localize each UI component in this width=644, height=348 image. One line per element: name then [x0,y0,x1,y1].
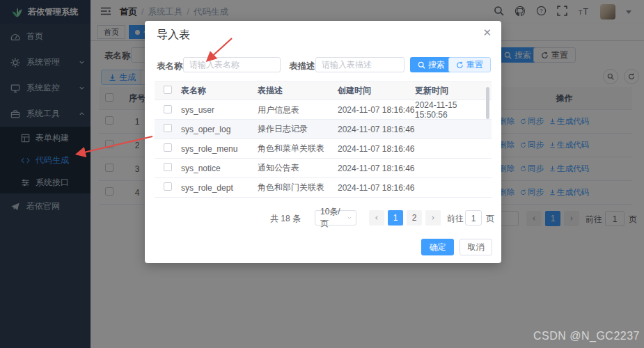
goto-page-input[interactable]: 1 [465,210,482,226]
cell-table-desc: 角色和部门关联表 [258,182,338,193]
watermark: CSDN @N_GC2237 [533,330,640,342]
cell-table-name: sys_user [181,105,258,115]
table-row[interactable]: sys_oper_log 操作日志记录 2024-11-07 18:16:46 [155,120,492,139]
prev-page-button[interactable] [369,210,384,226]
chevron-right-icon [430,215,436,221]
page-size-value: 10条/页 [320,206,347,230]
modal-search-button[interactable]: 搜索 [410,57,453,72]
import-table-header: 表名称 表描述 创建时间 更新时间 [155,82,492,100]
cell-created-time: 2024-11-07 18:16:46 [338,105,415,115]
page-unit-label: 页 [486,213,494,225]
cell-table-desc: 角色和菜单关联表 [258,143,338,155]
cell-table-name: sys_oper_log [181,125,258,134]
next-page-button[interactable] [425,210,441,226]
cell-table-desc: 用户信息表 [258,104,338,116]
refresh-icon [456,61,464,69]
cell-table-desc: 通知公告表 [258,162,338,174]
col-header-name: 表名称 [181,85,258,97]
row-checkbox[interactable] [155,182,181,193]
total-count: 共 18 条 [270,213,301,225]
row-checkbox[interactable] [155,124,181,134]
modal-desc-input[interactable] [315,57,405,72]
col-header-updated: 更新时间 [415,85,492,97]
table-scrollbar[interactable] [486,87,489,119]
col-header-created: 创建时间 [338,85,415,97]
button-label: 搜索 [428,59,445,71]
modal-name-input[interactable] [183,57,281,72]
cell-created-time: 2024-11-07 18:16:46 [338,144,415,154]
cell-table-name: sys_role_menu [181,144,258,154]
table-row[interactable]: sys_user 用户信息表 2024-11-07 18:16:46 2024-… [155,100,492,120]
page-number-2[interactable]: 2 [407,210,422,226]
cell-table-name: sys_notice [181,164,258,173]
select-all-checkbox[interactable] [155,86,181,96]
row-checkbox[interactable] [155,163,181,173]
dialog-title: 导入表 [157,28,190,42]
search-icon [418,61,425,69]
modal-pagination: 共 18 条 10条/页 1 2 前往 1 页 [145,210,501,226]
import-table-dialog: 导入表 ✕ 表名称 表描述 搜索 重置 表名称 表描述 创建时间 更新时间 sy… [145,21,501,263]
chevron-down-icon [347,215,352,221]
goto-label: 前往 [447,213,464,225]
close-icon[interactable]: ✕ [482,26,492,39]
cell-table-name: sys_role_dept [181,183,258,193]
modal-reset-button[interactable]: 重置 [448,57,491,72]
modal-desc-label: 表描述 [289,61,315,72]
cell-created-time: 2024-11-07 18:16:46 [338,125,415,134]
cell-updated-time: 2024-11-15 15:50:56 [415,100,492,120]
col-header-desc: 表描述 [258,85,338,97]
row-checkbox[interactable] [155,105,181,116]
cancel-button[interactable]: 取消 [460,239,492,255]
button-label: 重置 [466,59,483,71]
modal-name-label: 表名称 [157,61,183,72]
cell-created-time: 2024-11-07 18:16:46 [338,183,415,193]
page-number-1[interactable]: 1 [388,210,403,226]
import-table: 表名称 表描述 创建时间 更新时间 sys_user 用户信息表 2024-11… [155,81,492,198]
table-row[interactable]: sys_role_menu 角色和菜单关联表 2024-11-07 18:16:… [155,139,492,159]
table-row[interactable]: sys_role_dept 角色和部门关联表 2024-11-07 18:16:… [155,178,492,198]
cell-table-desc: 操作日志记录 [258,123,338,135]
chevron-left-icon [374,215,379,221]
confirm-button[interactable]: 确定 [421,239,454,255]
app-root: 若依管理系统 首页 系统管理 系统监控 系统工具 表单构建 [0,0,644,348]
cell-created-time: 2024-11-07 18:16:46 [338,164,415,173]
row-checkbox[interactable] [155,143,181,154]
page-size-select[interactable]: 10条/页 [315,210,356,226]
table-row[interactable]: sys_notice 通知公告表 2024-11-07 18:16:46 [155,159,492,178]
